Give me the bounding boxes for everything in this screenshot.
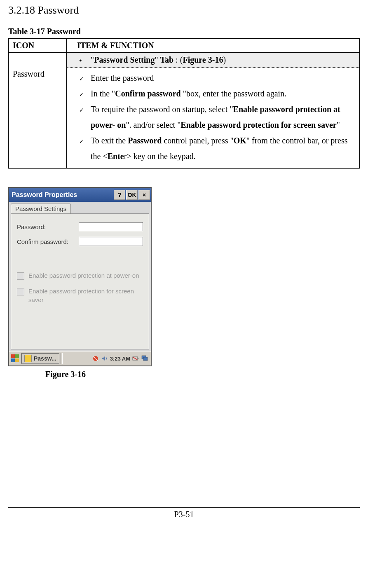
svg-rect-0	[11, 354, 15, 358]
svg-rect-3	[15, 358, 19, 362]
window-titlebar: Password Properties ? OK ×	[9, 188, 151, 202]
confirm-password-label: Confirm password:	[17, 238, 79, 245]
row-content-cell: "Password Setting" Tab : (Figure 3-16) E…	[67, 53, 360, 169]
checkbox-poweron[interactable]	[17, 272, 24, 280]
figure-caption: Figure 3-16	[45, 370, 360, 379]
row-icon-cell: Password	[9, 53, 67, 169]
lock-icon	[24, 355, 32, 362]
checkbox-poweron-label: Enable password protection at power-on	[28, 272, 139, 280]
page-number: P3-51	[174, 510, 194, 519]
password-label: Password:	[17, 223, 79, 230]
clock: 3:23 AM	[110, 356, 130, 362]
desktop-icon[interactable]	[141, 355, 148, 362]
svg-rect-2	[11, 358, 15, 362]
taskbar: Passw... 3:23 AM	[9, 351, 151, 365]
start-icon[interactable]	[10, 353, 21, 364]
table-header-icon: ICON	[9, 39, 67, 53]
help-button[interactable]: ?	[114, 190, 125, 200]
list-item: To exit the Password control panel, pres…	[79, 133, 355, 164]
section-heading: 3.2.18 Password	[8, 4, 360, 16]
close-button[interactable]: ×	[138, 190, 150, 200]
list-item: In the "Confirm password "box, enter the…	[79, 86, 355, 101]
tray-icon[interactable]	[92, 355, 99, 362]
table-header-item: ITEM & FUNCTION	[67, 39, 360, 53]
footer-rule	[8, 507, 360, 508]
taskbar-divider	[61, 353, 63, 364]
volume-icon[interactable]	[101, 355, 108, 362]
checkbox-screensaver-label: Enable password protection for screen sa…	[28, 287, 143, 304]
list-item: Enter the password	[79, 70, 355, 86]
tab-bar: Password Settings	[9, 202, 151, 213]
ok-button[interactable]: OK	[126, 190, 138, 200]
table-caption: Table 3-17 Password	[8, 27, 360, 36]
svg-rect-6	[138, 358, 138, 359]
battery-icon[interactable]	[132, 355, 139, 362]
password-input[interactable]	[79, 222, 143, 231]
svg-rect-8	[143, 357, 148, 361]
password-table: ICON ITEM & FUNCTION Password "Password …	[8, 38, 360, 169]
checkbox-screensaver[interactable]	[17, 288, 24, 295]
taskbar-app-button[interactable]: Passw...	[21, 353, 59, 364]
page-footer: P3-51	[8, 507, 360, 519]
confirm-password-input[interactable]	[79, 237, 143, 246]
window-title: Password Properties	[12, 191, 113, 199]
svg-rect-1	[15, 354, 19, 358]
tab-password-settings[interactable]: Password Settings	[11, 204, 71, 213]
dialog-body: Password: Confirm password: Enable passw…	[11, 213, 149, 349]
list-item: To require the password on startup, sele…	[79, 101, 355, 133]
screenshot-window: Password Properties ? OK × Password Sett…	[8, 187, 152, 366]
tab-title-line: "Password Setting" Tab : (Figure 3-16)	[79, 55, 355, 65]
system-tray: 3:23 AM	[92, 355, 150, 362]
